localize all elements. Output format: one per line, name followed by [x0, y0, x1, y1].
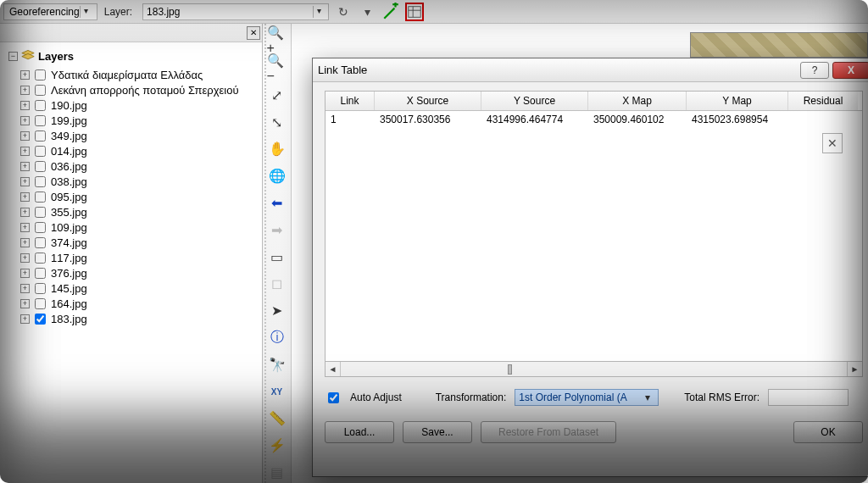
column-header[interactable]: Y Map: [687, 92, 788, 110]
link-table-titlebar[interactable]: Link Table ? X: [313, 58, 868, 82]
layer-visibility-checkbox[interactable]: [35, 130, 46, 142]
full-extent-icon[interactable]: 🌐: [266, 165, 288, 186]
expand-icon[interactable]: +: [20, 253, 30, 263]
layer-visibility-checkbox[interactable]: [35, 146, 46, 157]
deselect-icon[interactable]: ◻: [266, 274, 288, 295]
pointer-icon[interactable]: ➤: [266, 300, 288, 321]
layer-visibility-checkbox[interactable]: [35, 161, 46, 172]
restore-from-dataset-button[interactable]: Restore From Dataset: [481, 421, 616, 443]
layer-visibility-checkbox[interactable]: [35, 192, 46, 203]
fixed-zoom-in-icon[interactable]: ⤢: [266, 85, 288, 106]
layer-item[interactable]: +Υδατικά διαμερίσματα Ελλάδας: [20, 67, 259, 82]
expand-icon[interactable]: +: [20, 269, 30, 278]
add-control-point-icon[interactable]: [381, 3, 400, 21]
layer-visibility-checkbox[interactable]: [35, 85, 46, 96]
layer-item[interactable]: +376.jpg: [20, 265, 259, 280]
measure-icon[interactable]: 📏: [266, 408, 288, 430]
delete-link-button[interactable]: ✕: [822, 133, 843, 153]
html-icon[interactable]: ▤: [266, 462, 288, 483]
layer-visibility-checkbox[interactable]: [35, 100, 46, 111]
layer-item[interactable]: +095.jpg: [20, 189, 259, 204]
transformation-dropdown[interactable]: 1st Order Polynomial (A ▾: [515, 389, 659, 406]
chevron-down-icon[interactable]: ▾: [358, 3, 376, 21]
rotate-icon[interactable]: ↻: [334, 3, 353, 21]
layer-item[interactable]: +190.jpg: [20, 97, 259, 113]
layer-visibility-checkbox[interactable]: [35, 268, 46, 279]
expand-icon[interactable]: +: [20, 70, 30, 80]
select-element-icon[interactable]: ▭: [266, 247, 288, 268]
layer-item[interactable]: +349.jpg: [20, 128, 259, 143]
layer-item[interactable]: +374.jpg: [20, 235, 259, 250]
save-button[interactable]: Save...: [403, 421, 472, 443]
link-table-grid[interactable]: LinkX SourceY SourceX MapY MapResidual 1…: [325, 91, 863, 362]
layer-item[interactable]: +117.jpg: [20, 250, 259, 265]
link-table-title: Link Table: [318, 64, 367, 76]
column-header[interactable]: Y Source: [481, 92, 588, 110]
scroll-thumb[interactable]: [508, 364, 512, 375]
layer-visibility-checkbox[interactable]: [35, 69, 46, 80]
scroll-right-icon[interactable]: ►: [847, 362, 862, 376]
layer-visibility-checkbox[interactable]: [35, 298, 46, 309]
layer-item[interactable]: +109.jpg: [20, 219, 259, 235]
layer-visibility-checkbox[interactable]: [35, 115, 46, 126]
layer-item[interactable]: +014.jpg: [20, 143, 259, 158]
help-button[interactable]: ?: [800, 62, 829, 79]
expand-icon[interactable]: +: [20, 208, 30, 217]
layer-item[interactable]: +036.jpg: [20, 158, 259, 174]
layer-visibility-checkbox[interactable]: [35, 253, 46, 264]
forward-extent-icon[interactable]: ➡: [266, 219, 288, 241]
column-header[interactable]: Residual: [788, 92, 858, 110]
layer-item[interactable]: +164.jpg: [20, 296, 259, 311]
layer-item[interactable]: +038.jpg: [20, 174, 259, 189]
back-extent-icon[interactable]: ⬅: [266, 192, 288, 214]
xy-icon[interactable]: XY: [266, 381, 288, 402]
expand-icon[interactable]: +: [20, 147, 30, 156]
scroll-left-icon[interactable]: ◄: [326, 362, 341, 376]
expand-icon[interactable]: +: [20, 238, 30, 247]
pan-icon[interactable]: ✋: [266, 139, 288, 160]
load-button[interactable]: Load...: [325, 421, 394, 443]
zoom-out-icon[interactable]: 🔍−: [266, 57, 288, 79]
expand-icon[interactable]: +: [20, 284, 30, 293]
expand-icon[interactable]: +: [20, 299, 30, 308]
layer-visibility-checkbox[interactable]: [35, 207, 46, 218]
expand-icon[interactable]: +: [20, 223, 30, 232]
expand-icon[interactable]: +: [20, 192, 30, 202]
expand-icon[interactable]: +: [20, 101, 30, 110]
close-panel-button[interactable]: ✕: [247, 26, 260, 40]
georeferencing-menu[interactable]: Georeferencing ▾: [3, 3, 97, 20]
layer-item[interactable]: +199.jpg: [20, 113, 259, 128]
layer-visibility-checkbox[interactable]: [35, 176, 46, 187]
collapse-icon[interactable]: −: [8, 52, 18, 61]
expand-icon[interactable]: +: [20, 177, 30, 186]
layer-selector[interactable]: 183.jpg ▾: [142, 3, 329, 20]
fixed-zoom-out-icon[interactable]: ⤡: [266, 112, 288, 133]
close-button[interactable]: X: [832, 62, 868, 79]
ok-button[interactable]: OK: [793, 421, 863, 443]
column-header[interactable]: X Source: [375, 92, 481, 110]
layer-item[interactable]: +355.jpg: [20, 204, 259, 219]
zoom-in-icon[interactable]: 🔍+: [266, 29, 288, 51]
horizontal-scrollbar[interactable]: ◄ ►: [325, 362, 863, 377]
expand-icon[interactable]: +: [20, 86, 30, 95]
layer-item[interactable]: +145.jpg: [20, 280, 259, 296]
expand-icon[interactable]: +: [20, 116, 30, 125]
toc-header: ✕: [0, 24, 262, 42]
expand-icon[interactable]: +: [20, 314, 30, 324]
layer-item[interactable]: +183.jpg: [20, 311, 259, 326]
expand-icon[interactable]: +: [20, 131, 30, 141]
expand-icon[interactable]: +: [20, 162, 30, 171]
column-header[interactable]: X Map: [588, 92, 687, 110]
find-icon[interactable]: 🔭: [266, 354, 288, 375]
identify-icon[interactable]: ⓘ: [266, 327, 288, 348]
layer-visibility-checkbox[interactable]: [35, 222, 46, 233]
table-row[interactable]: 1350017.6303564314996.464774350009.46010…: [326, 111, 862, 128]
layer-visibility-checkbox[interactable]: [35, 237, 46, 248]
column-header[interactable]: Link: [326, 92, 375, 110]
layer-visibility-checkbox[interactable]: [35, 314, 46, 325]
auto-adjust-checkbox[interactable]: [328, 392, 339, 403]
link-table-icon[interactable]: [405, 3, 424, 21]
layer-visibility-checkbox[interactable]: [35, 283, 46, 294]
flash-icon[interactable]: ⚡: [266, 435, 288, 456]
layer-item[interactable]: +Λεκάνη απορροής ποταμού Σπερχειού: [20, 82, 259, 97]
